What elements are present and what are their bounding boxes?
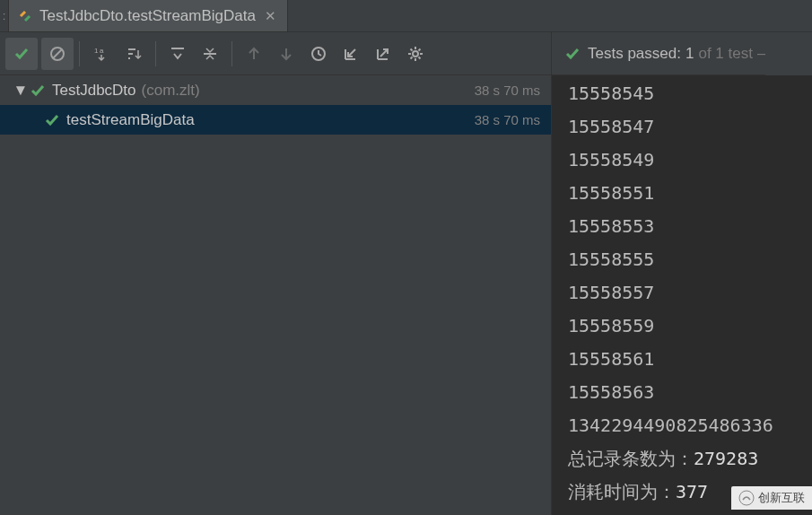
test-method-name: testStreamBigData [66, 111, 195, 129]
tab-title: TestJdbcDto.testStreamBigData [39, 7, 256, 25]
output-line: 15558555 [568, 243, 812, 276]
records-value: 279283 [694, 448, 758, 469]
svg-point-8 [739, 491, 754, 505]
separator [231, 41, 232, 66]
output-line: 15558559 [568, 310, 812, 343]
test-tree[interactable]: ▼ TestJdbcDto (com.zlt) 38 s 70 ms testS… [0, 75, 552, 515]
output-line: 15558553 [568, 210, 812, 243]
test-method-time: 38 s 70 ms [475, 112, 540, 127]
separator [79, 41, 80, 66]
output-line: 15558557 [568, 276, 812, 310]
output-line: 15558549 [568, 144, 812, 177]
time-value: 377 [676, 481, 708, 502]
class-icon [18, 9, 32, 23]
summary-records: 总记录条数为：279283 [568, 442, 812, 476]
watermark-text: 创新互联 [758, 490, 805, 506]
export-tests-button[interactable] [367, 38, 399, 70]
main-area: ▼ TestJdbcDto (com.zlt) 38 s 70 ms testS… [0, 75, 812, 515]
svg-text:1: 1 [94, 47, 99, 55]
tab-prefix: : [0, 0, 9, 31]
expand-arrow-icon[interactable]: ▼ [11, 82, 31, 100]
show-passed-toggle[interactable] [5, 38, 38, 70]
test-class-name: TestJdbcDto [52, 82, 136, 100]
svg-line-1 [53, 49, 62, 58]
status-prefix: Tests passed: [588, 45, 681, 63]
import-tests-button[interactable] [335, 38, 367, 70]
status-suffix: – [757, 45, 765, 63]
sort-alpha-button[interactable]: 1a [85, 38, 118, 70]
check-icon [564, 46, 581, 62]
pass-icon [45, 113, 59, 127]
collapse-all-button[interactable] [194, 38, 226, 70]
tab-bar: : TestJdbcDto.testStreamBigData ✕ [0, 0, 812, 32]
test-toolbar: 1a [0, 32, 552, 75]
watermark-icon [738, 490, 755, 506]
editor-tab[interactable]: TestJdbcDto.testStreamBigData ✕ [9, 0, 288, 31]
test-class-row[interactable]: ▼ TestJdbcDto (com.zlt) 38 s 70 ms [0, 75, 551, 105]
sort-duration-button[interactable] [118, 38, 150, 70]
expand-all-button[interactable] [162, 38, 194, 70]
test-method-row[interactable]: testStreamBigData 38 s 70 ms [0, 105, 551, 135]
watermark: 创新互联 [731, 486, 812, 510]
records-label: 总记录条数为： [568, 448, 694, 469]
time-label: 消耗时间为： [568, 481, 676, 502]
output-line: 15558563 [568, 376, 812, 409]
test-class-package: (com.zlt) [142, 82, 200, 100]
tab-prefix-label: : [3, 9, 6, 22]
output-line: 15558545 [568, 77, 812, 110]
output-line: 15558561 [568, 343, 812, 376]
separator [155, 41, 156, 66]
svg-point-7 [413, 51, 418, 57]
history-button[interactable] [302, 38, 335, 70]
output-line: 15558547 [568, 110, 812, 144]
status-total: of 1 test [698, 45, 752, 63]
close-icon[interactable]: ✕ [263, 8, 278, 24]
next-failed-button[interactable] [270, 38, 302, 70]
prev-failed-button[interactable] [238, 38, 270, 70]
status-passed-count: 1 [685, 45, 694, 63]
settings-button[interactable] [399, 38, 432, 70]
output-line: 1342294490825486336 [568, 409, 812, 442]
output-line: 15558551 [568, 177, 812, 210]
console-output[interactable]: 15558545 15558547 15558549 15558551 1555… [552, 75, 812, 515]
svg-text:a: a [100, 47, 104, 55]
test-status-bar: Tests passed: 1 of 1 test – [552, 32, 765, 75]
pass-icon [31, 83, 45, 98]
show-ignored-toggle[interactable] [41, 38, 74, 70]
test-class-time: 38 s 70 ms [475, 83, 540, 98]
